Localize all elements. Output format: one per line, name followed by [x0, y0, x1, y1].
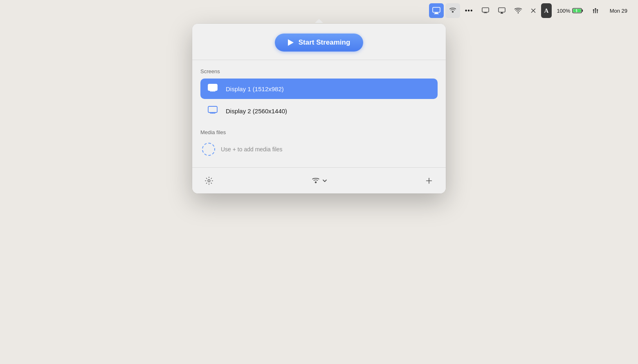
bluetooth-icon[interactable]	[527, 3, 539, 18]
popup-arrow	[315, 19, 323, 23]
airplay-icon[interactable]	[494, 3, 509, 18]
battery-percent: 100%	[557, 8, 570, 14]
plus-icon	[425, 176, 434, 185]
display1-label: Display 1 (1512x982)	[226, 85, 284, 92]
control-center-icon[interactable]	[589, 3, 602, 18]
start-streaming-label: Start Streaming	[299, 38, 350, 47]
popup-footer	[192, 167, 446, 193]
broadcast-select-button[interactable]	[308, 174, 330, 188]
screens-section: Screens Display 1 (1512x982)	[200, 68, 438, 121]
screen-mirror-icon[interactable]	[429, 3, 444, 18]
streaming-popup: Start Streaming Screens Display 1 (1512x…	[192, 24, 446, 193]
svg-rect-11	[582, 9, 583, 12]
broadcast-menubar-icon[interactable]	[445, 3, 460, 18]
dashed-circle-icon	[202, 143, 215, 156]
svg-rect-4	[482, 8, 488, 12]
svg-rect-1	[435, 13, 438, 13]
display2-item[interactable]: Display 2 (2560x1440)	[200, 101, 438, 121]
menubar: ••• A 100%	[0, 0, 638, 21]
broadcast-footer-icon	[311, 176, 321, 185]
more-icon[interactable]: •••	[462, 3, 476, 18]
svg-rect-2	[434, 13, 439, 14]
svg-rect-7	[498, 8, 505, 12]
battery-status: 100%	[553, 3, 586, 18]
gear-icon	[204, 176, 213, 185]
settings-button[interactable]	[202, 174, 216, 188]
svg-rect-0	[433, 7, 440, 12]
date-text: Mon 29	[607, 8, 630, 14]
svg-rect-23	[208, 106, 217, 112]
start-streaming-button[interactable]: Start Streaming	[275, 34, 364, 52]
svg-point-9	[517, 12, 519, 13]
display2-label: Display 2 (2560x1440)	[226, 108, 287, 115]
popup-header: Start Streaming	[192, 24, 446, 60]
display1-item[interactable]: Display 1 (1512x982)	[200, 79, 438, 99]
media-hint-text: Use + to add media files	[221, 146, 283, 153]
media-files-section-label: Media files	[200, 129, 438, 135]
media-placeholder: Use + to add media files	[200, 139, 438, 159]
add-button[interactable]	[422, 174, 436, 188]
screens-section-label: Screens	[200, 68, 438, 74]
svg-rect-22	[209, 85, 216, 90]
chevron-down-icon	[322, 179, 327, 183]
svg-point-27	[315, 181, 317, 183]
play-icon	[288, 39, 294, 46]
wifi-icon[interactable]	[511, 3, 526, 18]
svg-point-3	[452, 11, 454, 13]
display-icon[interactable]	[478, 3, 493, 18]
date-display[interactable]: Mon 29	[604, 3, 633, 18]
popup-content: Screens Display 1 (1512x982)	[192, 60, 446, 167]
media-files-section: Media files Use + to add media files	[200, 129, 438, 159]
svg-point-26	[208, 180, 210, 182]
input-source-icon[interactable]: A	[541, 3, 552, 18]
display2-monitor-icon	[207, 106, 220, 116]
display1-monitor-icon	[207, 83, 220, 94]
